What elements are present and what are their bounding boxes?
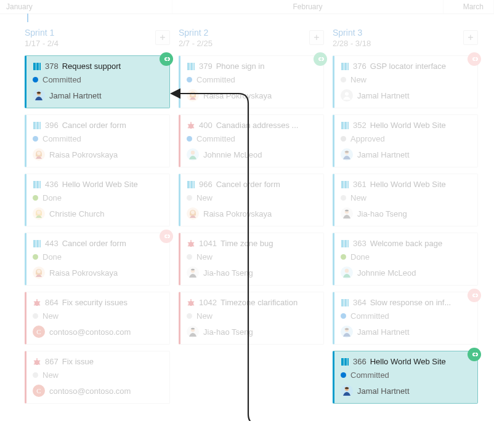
work-item-title[interactable]: Time zone bug: [221, 239, 273, 248]
assignee-name[interactable]: Jamal Hartnett: [357, 91, 410, 100]
assignee-name[interactable]: Johnnie McLeod: [357, 268, 416, 278]
pbi-icon: [341, 239, 349, 248]
work-item-id: 966: [199, 180, 213, 189]
pbi-icon: [341, 62, 349, 71]
assignee-name[interactable]: contoso@contoso.com: [49, 327, 131, 337]
work-item-card[interactable]: 443 Cancel order form Done Raisa Pokrovs…: [25, 233, 170, 286]
work-item-card[interactable]: 1041 Time zone bug New Jia-hao Tseng: [179, 233, 324, 286]
avatar-icon: [341, 385, 353, 397]
work-item-id: 363: [353, 239, 366, 248]
sprint-title[interactable]: Sprint 1: [25, 28, 153, 38]
work-item-title[interactable]: Fix security issues: [62, 298, 128, 307]
assignee-name[interactable]: Jamal Hartnett: [357, 150, 410, 159]
state-dot-icon: [341, 136, 346, 142]
work-item-card[interactable]: 400 Canadian addresses ... Committed Joh…: [179, 114, 324, 167]
work-item-title[interactable]: Request support: [62, 62, 121, 71]
link-badge-icon[interactable]: [468, 52, 481, 66]
avatar-icon: [33, 326, 45, 338]
link-badge-icon[interactable]: [468, 289, 481, 302]
work-item-card[interactable]: 966 Cancel order form New Raisa Pokrovsk…: [179, 174, 324, 226]
avatar-icon: [187, 89, 199, 102]
work-item-title[interactable]: Timezone clarification: [221, 298, 298, 307]
work-item-id: 364: [353, 298, 366, 307]
work-item-card[interactable]: 366 Hello World Web Site Committed Jamal…: [333, 351, 478, 404]
bug-icon: [33, 358, 41, 366]
assignee-name[interactable]: contoso@contoso.com: [49, 386, 131, 396]
work-item-title[interactable]: Canadian addresses ...: [216, 121, 299, 130]
sprint-header: Sprint 1 1/17 - 2/4 +: [25, 28, 170, 48]
assignee-name[interactable]: Jamal Hartnett: [357, 386, 410, 396]
assignee-name[interactable]: Raisa Pokrovskaya: [49, 150, 118, 159]
assignee-name[interactable]: Christie Church: [49, 209, 105, 218]
link-badge-icon[interactable]: [314, 52, 327, 66]
sprint-dates: 2/7 - 2/25: [179, 39, 307, 48]
work-item-title[interactable]: Hello World Web Site: [370, 121, 446, 130]
work-item-card[interactable]: 376 GSP locator interface New Jamal Hart…: [333, 55, 478, 108]
assignee-name[interactable]: Raisa Pokrovskaya: [49, 268, 118, 278]
assignee-name[interactable]: Raisa Pokrovskaya: [203, 91, 272, 100]
state-dot-icon: [341, 372, 346, 378]
sprint-header: Sprint 3 2/28 - 3/18 +: [333, 28, 478, 48]
sprint-title[interactable]: Sprint 3: [333, 28, 461, 38]
add-item-button[interactable]: +: [309, 30, 324, 45]
work-item-title[interactable]: Hello World Web Site: [370, 357, 446, 366]
avatar-icon: [33, 148, 45, 161]
work-item-card[interactable]: 361 Hello World Web Site New Jia-hao Tse…: [333, 174, 478, 226]
work-item-card[interactable]: 396 Cancel order form Committed Raisa Po…: [25, 114, 170, 167]
bug-icon: [187, 298, 195, 307]
work-item-title[interactable]: Hello World Web Site: [62, 180, 138, 189]
avatar-icon: [341, 148, 353, 161]
pbi-icon: [341, 298, 349, 307]
assignee-name[interactable]: Jamal Hartnett: [357, 327, 410, 337]
work-item-state: New: [196, 193, 213, 202]
work-item-card[interactable]: 1042 Timezone clarification New Jia-hao …: [179, 292, 324, 345]
work-item-state: New: [43, 311, 59, 321]
work-item-card[interactable]: 864 Fix security issues New contoso@cont…: [25, 292, 170, 345]
pbi-icon: [33, 180, 41, 189]
work-item-title[interactable]: Hello World Web Site: [370, 180, 446, 189]
assignee-name[interactable]: Jamal Hartnett: [49, 91, 102, 100]
work-item-card[interactable]: 363 Welcome back page Done Johnnie McLeo…: [333, 233, 478, 286]
work-item-title[interactable]: Cancel order form: [62, 121, 126, 130]
card-list: 379 Phone sign in Committed Raisa Pokrov…: [179, 55, 324, 345]
link-badge-icon[interactable]: [160, 230, 173, 243]
sprint-title[interactable]: Sprint 2: [179, 28, 307, 38]
work-item-title[interactable]: Slow response on inf...: [370, 298, 451, 307]
sprint-column-2: Sprint 2 2/7 - 2/25 + 379 Phone sign in …: [179, 28, 324, 410]
work-item-id: 378: [45, 62, 59, 71]
work-item-card[interactable]: 436 Hello World Web Site Done Christie C…: [25, 174, 170, 226]
assignee-name[interactable]: Jia-hao Tseng: [203, 268, 253, 278]
work-item-state: New: [43, 370, 59, 380]
work-item-card[interactable]: 364 Slow response on inf... Committed Ja…: [333, 292, 478, 345]
work-item-title[interactable]: Phone sign in: [216, 62, 265, 71]
assignee-name[interactable]: Johnnie McLeod: [203, 150, 262, 159]
pbi-icon: [33, 121, 41, 130]
pbi-icon: [341, 180, 349, 189]
work-item-title[interactable]: GSP locator interface: [370, 62, 446, 71]
link-badge-icon[interactable]: [160, 52, 173, 66]
work-item-title[interactable]: Fix issue: [62, 357, 94, 366]
work-item-title[interactable]: Cancel order form: [216, 180, 280, 189]
work-item-title[interactable]: Welcome back page: [370, 239, 443, 248]
sprint-column-1: Sprint 1 1/17 - 2/4 + 378 Request suppor…: [25, 28, 170, 410]
add-item-button[interactable]: +: [463, 30, 478, 45]
work-item-card[interactable]: 378 Request support Committed Jamal Hart…: [25, 55, 170, 108]
add-item-button[interactable]: +: [155, 30, 170, 45]
work-item-card[interactable]: 352 Hello World Web Site Approved Jamal …: [333, 114, 478, 167]
avatar-icon: [341, 326, 353, 338]
work-item-id: 864: [45, 298, 59, 307]
state-dot-icon: [187, 195, 192, 201]
sprint-column-3: Sprint 3 2/28 - 3/18 + 376 GSP locator i…: [333, 28, 478, 410]
pbi-icon: [341, 121, 349, 130]
assignee-name[interactable]: Jia-hao Tseng: [357, 209, 407, 218]
assignee-name[interactable]: Raisa Pokrovskaya: [203, 209, 272, 218]
work-item-state: Committed: [350, 370, 389, 380]
assignee-name[interactable]: Jia-hao Tseng: [203, 327, 253, 337]
work-item-title[interactable]: Cancel order form: [62, 239, 126, 248]
work-item-card[interactable]: 379 Phone sign in Committed Raisa Pokrov…: [179, 55, 324, 108]
state-dot-icon: [187, 254, 192, 260]
card-list: 378 Request support Committed Jamal Hart…: [25, 55, 170, 404]
month-jan: January: [0, 0, 172, 14]
work-item-card[interactable]: 867 Fix issue New contoso@contoso.com: [25, 351, 170, 404]
link-badge-icon[interactable]: [468, 348, 481, 361]
